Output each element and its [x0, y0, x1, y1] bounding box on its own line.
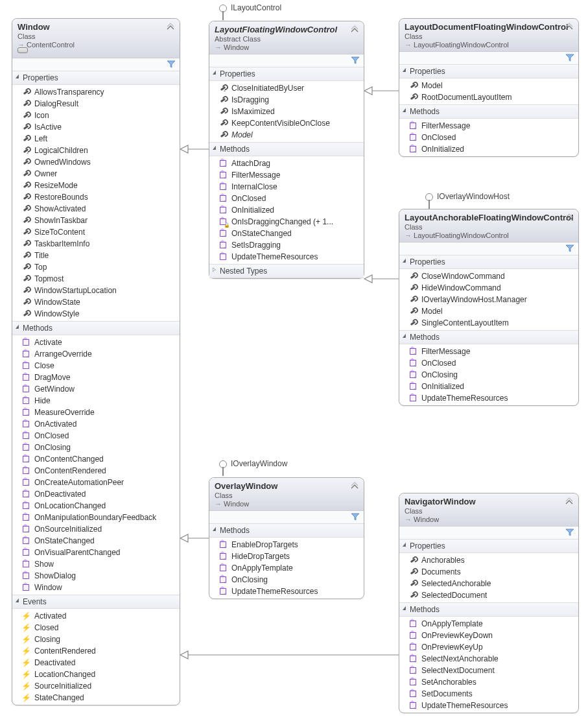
member-row[interactable]: Title [12, 250, 180, 261]
member-row[interactable]: ShowActivated [12, 203, 180, 215]
member-row[interactable]: IOverlayWindowHost.Manager [399, 294, 578, 305]
member-row[interactable]: SelectedAnchorable [399, 578, 578, 589]
member-row[interactable]: IsDragging [209, 94, 364, 106]
member-row[interactable]: * OnClosed [399, 132, 578, 143]
member-row[interactable]: * OnClosed [399, 357, 578, 369]
chevron-collapse-icon[interactable] [564, 23, 574, 33]
member-row[interactable]: * UpdateThemeResources [209, 586, 364, 597]
section-header[interactable]: Nested Types [209, 264, 364, 278]
member-row[interactable]: * OnContentChanged [12, 453, 180, 465]
member-row[interactable]: Close [12, 360, 180, 372]
member-row[interactable]: LocationChanged [12, 669, 180, 680]
member-row[interactable]: TaskbarItemInfo [12, 238, 180, 250]
member-row[interactable]: ShowDialog [12, 570, 180, 582]
funnel-icon[interactable] [565, 53, 574, 62]
member-row[interactable]: SourceInitialized [12, 680, 180, 692]
member-row[interactable]: WindowStyle [12, 308, 180, 320]
member-row[interactable]: * OnCreateAutomationPeer [12, 477, 180, 488]
section-header[interactable]: Methods [399, 602, 578, 617]
member-row[interactable]: * AttachDrag [209, 158, 364, 169]
funnel-icon[interactable] [565, 528, 574, 537]
class-box[interactable]: OverlayWindow Class Window Methods * Ena… [209, 477, 364, 599]
member-row[interactable]: HideWindowCommand [399, 282, 578, 294]
member-row[interactable]: Top [12, 261, 180, 273]
member-row[interactable]: * OnPreviewKeyDown [399, 630, 578, 641]
member-row[interactable]: * OnVisualParentChanged [12, 547, 180, 558]
member-row[interactable]: DragMove [12, 372, 180, 383]
member-row[interactable]: * OnClosed [209, 193, 364, 204]
section-header[interactable]: Properties [399, 255, 578, 269]
section-header[interactable]: Methods [209, 142, 364, 156]
member-row[interactable]: StateChanged [12, 692, 180, 704]
chevron-collapse-icon[interactable] [165, 23, 176, 33]
member-row[interactable]: Owner [12, 168, 180, 180]
member-row[interactable]: Left [12, 133, 180, 145]
member-row[interactable]: KeepContentVisibleOnClose [209, 117, 364, 129]
member-row[interactable]: WindowStartupLocation [12, 285, 180, 296]
member-row[interactable]: RestoreBounds [12, 191, 180, 203]
member-row[interactable]: * SetDocuments [399, 688, 578, 700]
member-row[interactable]: * OnContentRendered [12, 465, 180, 477]
member-row[interactable]: * LogicalChildren [12, 145, 180, 156]
member-row[interactable]: * OnStateChanged [209, 228, 364, 239]
class-header[interactable]: Window Class ContentControl [12, 19, 180, 58]
section-header[interactable]: Properties [399, 539, 578, 553]
member-row[interactable]: SizeToContent [12, 226, 180, 238]
member-row[interactable]: Model [399, 80, 578, 91]
member-row[interactable]: * CloseInitiatedByUser [209, 82, 364, 94]
member-row[interactable]: SingleContentLayoutItem [399, 317, 578, 329]
member-row[interactable]: Model [209, 129, 364, 141]
funnel-icon[interactable] [565, 244, 574, 253]
member-row[interactable]: * SelectNextAnchorable [399, 653, 578, 665]
member-row[interactable]: * HideDropTargets [209, 551, 364, 562]
class-box[interactable]: NavigatorWindow Class Window Properties … [399, 493, 579, 713]
section-header[interactable]: Properties [12, 71, 180, 85]
member-row[interactable]: * OnSourceInitialized [12, 523, 180, 535]
chevron-collapse-icon[interactable] [349, 25, 360, 36]
member-row[interactable]: DialogResult [12, 98, 180, 110]
member-row[interactable]: * OnInitialized [209, 204, 364, 216]
member-row[interactable]: Activate [12, 337, 180, 348]
member-row[interactable]: Show [12, 558, 180, 570]
member-row[interactable]: ShowInTaskbar [12, 215, 180, 226]
member-row[interactable]: * SetAnchorables [399, 676, 578, 688]
member-row[interactable]: Topmost [12, 273, 180, 285]
member-row[interactable]: OnApplyTemplate [209, 562, 364, 574]
member-row[interactable]: Anchorables [399, 554, 578, 566]
chevron-collapse-icon[interactable] [564, 497, 574, 508]
member-row[interactable]: * ArrangeOverride [12, 348, 180, 360]
member-row[interactable]: Hide [12, 395, 180, 407]
member-row[interactable]: Documents [399, 566, 578, 578]
member-row[interactable]: * OnDeactivated [12, 488, 180, 500]
chevron-collapse-icon[interactable] [564, 213, 574, 224]
member-row[interactable]: ResizeMode [12, 180, 180, 191]
member-row[interactable]: * OnLocationChanged [12, 500, 180, 512]
member-row[interactable]: Activated [12, 610, 180, 622]
member-row[interactable]: GetWindow [12, 383, 180, 395]
member-row[interactable]: Closing [12, 634, 180, 645]
member-row[interactable]: AllowsTransparency [12, 86, 180, 98]
member-row[interactable]: * FilterMessage [399, 346, 578, 357]
member-row[interactable]: * OnClosing [399, 369, 578, 381]
class-header[interactable]: LayoutDocumentFloatingWindowControl Clas… [399, 19, 578, 52]
member-row[interactable]: IsMaximized [209, 106, 364, 117]
member-row[interactable]: * SelectNextDocument [399, 665, 578, 676]
member-row[interactable]: * MeasureOverride [12, 407, 180, 418]
member-row[interactable]: Closed [12, 622, 180, 634]
funnel-icon[interactable] [167, 60, 176, 69]
member-row[interactable]: * SetIsDragging [209, 239, 364, 251]
funnel-icon[interactable] [351, 56, 360, 65]
member-row[interactable]: * UpdateThemeResources [399, 700, 578, 711]
member-row[interactable]: SelectedDocument [399, 589, 578, 601]
member-row[interactable]: IsActive [12, 121, 180, 133]
member-row[interactable]: * OnStateChanged [12, 535, 180, 547]
class-box[interactable]: Window Class ContentControl Properties A… [12, 18, 180, 705]
member-row[interactable]: Icon [12, 110, 180, 121]
member-row[interactable]: RootDocumentLayoutItem [399, 91, 578, 103]
member-row[interactable]: Deactivated [12, 657, 180, 669]
class-box[interactable]: LayoutAnchorableFloatingWindowControl Cl… [399, 209, 579, 406]
section-header[interactable]: Properties [399, 65, 578, 78]
member-row[interactable]: * OnActivated [12, 418, 180, 430]
member-row[interactable]: * FilterMessage [209, 169, 364, 181]
member-row[interactable]: Window [12, 582, 180, 593]
